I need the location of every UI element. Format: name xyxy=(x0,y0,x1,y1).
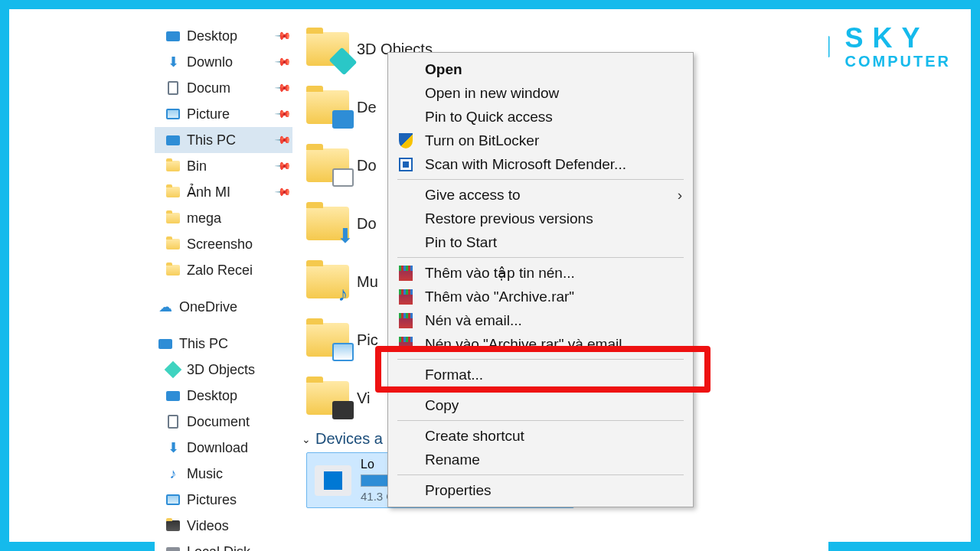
ctx-properties[interactable]: Properties xyxy=(388,478,693,502)
doc-icon xyxy=(165,414,181,429)
logo-line1: SKY xyxy=(845,24,951,52)
ctx-pin-start[interactable]: Pin to Start xyxy=(388,230,693,254)
monitor-icon xyxy=(165,132,181,148)
folder-icon xyxy=(165,158,181,174)
picture-icon xyxy=(165,492,181,507)
pin-icon: 📌 xyxy=(274,130,292,148)
ctx-give-access[interactable]: Give access to› xyxy=(388,183,693,207)
logo-line2: COMPUTER xyxy=(845,54,951,69)
nav-tree: Desktop📌 ⬇Downlo📌 Docum📌 Picture📌 This P… xyxy=(155,15,292,551)
ctx-defender[interactable]: Scan with Microsoft Defender... xyxy=(388,152,693,176)
logo-text: SKY COMPUTER xyxy=(845,24,951,69)
pin-icon: 📌 xyxy=(274,104,292,122)
drive-icon xyxy=(165,544,181,551)
context-menu: Open Open in new window Pin to Quick acc… xyxy=(387,52,694,507)
ctx-open[interactable]: Open xyxy=(388,57,693,81)
drive-icon xyxy=(315,465,351,496)
cube-icon xyxy=(165,362,181,377)
winrar-icon xyxy=(397,312,414,329)
nav-screenshot[interactable]: Screensho xyxy=(155,231,292,257)
nav-pc-videos[interactable]: Videos xyxy=(155,513,292,539)
download-icon: ⬇ xyxy=(165,440,181,455)
ctx-copy[interactable]: Copy xyxy=(388,393,693,417)
nav-pc-music[interactable]: ♪Music xyxy=(155,461,292,487)
nav-zalo[interactable]: Zalo Recei xyxy=(155,257,292,283)
nav-this-pc[interactable]: This PC📌 xyxy=(155,127,292,153)
ctx-rar-add[interactable]: Thêm vào tập tin nén... xyxy=(388,261,693,285)
nav-pc-pictures[interactable]: Pictures xyxy=(155,487,292,513)
ctx-open-new-window[interactable]: Open in new window xyxy=(388,81,693,105)
ctx-rename[interactable]: Rename xyxy=(388,448,693,471)
nav-desktop[interactable]: Desktop📌 xyxy=(155,23,292,49)
ctx-create-shortcut[interactable]: Create shortcut xyxy=(388,424,693,448)
pin-icon: 📌 xyxy=(274,182,292,200)
nav-pc-documents[interactable]: Document xyxy=(155,409,292,435)
page-frame: SKY COMPUTER Desktop📌 ⬇Downlo📌 Docum📌 Pi… xyxy=(0,0,980,551)
ctx-rar-archive-email[interactable]: Nén vào "Archive.rar" và email xyxy=(388,332,693,356)
music-icon: ♪ xyxy=(165,466,181,481)
ctx-pin-quick-access[interactable]: Pin to Quick access xyxy=(388,105,693,129)
ctx-restore[interactable]: Restore previous versions xyxy=(388,207,693,230)
nav-onedrive[interactable]: ☁OneDrive xyxy=(155,294,292,320)
folder-icon xyxy=(165,262,181,278)
ctx-rar-archive[interactable]: Thêm vào "Archive.rar" xyxy=(388,285,693,308)
ctx-bitlocker[interactable]: Turn on BitLocker xyxy=(388,129,693,152)
monitor-icon xyxy=(165,28,181,44)
pin-icon: 📌 xyxy=(274,78,292,96)
pin-icon: 📌 xyxy=(274,52,292,70)
defender-icon xyxy=(397,156,414,173)
winrar-icon xyxy=(397,265,414,282)
ctx-rar-email[interactable]: Nén và email... xyxy=(388,308,693,332)
shield-icon xyxy=(397,132,414,149)
monitor-icon xyxy=(165,388,181,403)
winrar-icon xyxy=(397,336,414,353)
nav-mega[interactable]: mega xyxy=(155,205,292,231)
nav-documents[interactable]: Docum📌 xyxy=(155,75,292,101)
download-icon: ⬇ xyxy=(332,227,354,245)
video-icon xyxy=(165,518,181,533)
picture-icon xyxy=(165,106,181,122)
nav-pc-local-disk[interactable]: Local Disk xyxy=(155,539,292,551)
download-icon: ⬇ xyxy=(165,54,181,70)
nav-this-pc-root[interactable]: This PC xyxy=(155,331,292,357)
doc-icon xyxy=(165,80,181,96)
nav-pictures[interactable]: Picture📌 xyxy=(155,101,292,127)
folder-icon xyxy=(165,236,181,252)
cloud-icon: ☁ xyxy=(158,299,173,315)
folder-icon xyxy=(165,210,181,226)
nav-anh-mi[interactable]: Ảnh MI📌 xyxy=(155,179,292,205)
nav-pc-desktop[interactable]: Desktop xyxy=(155,383,292,409)
folder-icon xyxy=(165,184,181,200)
music-icon: ♪ xyxy=(332,285,354,303)
pin-icon: 📌 xyxy=(274,26,292,44)
chevron-right-icon: › xyxy=(678,187,682,204)
nav-3d-objects[interactable]: 3D Objects xyxy=(155,357,292,383)
nav-bin[interactable]: Bin📌 xyxy=(155,153,292,179)
pin-icon: 📌 xyxy=(274,156,292,174)
winrar-icon xyxy=(397,289,414,305)
nav-downloads[interactable]: ⬇Downlo📌 xyxy=(155,49,292,75)
nav-pc-downloads[interactable]: ⬇Download xyxy=(155,435,292,461)
monitor-icon xyxy=(158,336,173,351)
chevron-down-icon: ⌄ xyxy=(302,433,311,445)
ctx-format[interactable]: Format... xyxy=(388,363,693,386)
